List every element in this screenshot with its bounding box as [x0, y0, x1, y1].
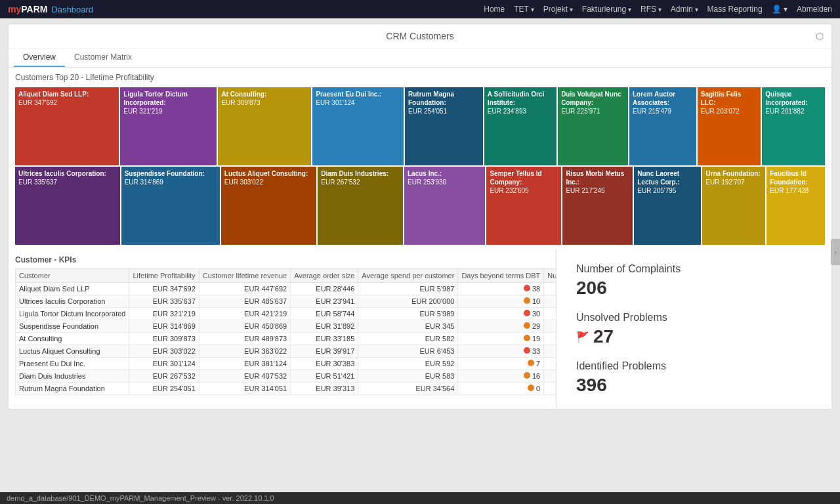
complaints-label: Number of Complaints [576, 263, 812, 275]
nav-tet[interactable]: TET [514, 5, 534, 14]
treemap-cell[interactable]: Semper Tellus Id Company:EUR 232'605 [486, 167, 561, 245]
tab-overview[interactable]: Overview [14, 49, 65, 67]
table-cell: EUR 33'185 [291, 333, 358, 345]
table-header: Days beyond terms DBT [458, 269, 544, 283]
nav-user-icon[interactable]: 👤 ▾ [772, 5, 788, 14]
treemap-cell[interactable]: Nunc Laoreet Lectus Corp.:EUR 205'795 [634, 167, 701, 245]
treemap-cell-name: Diam Duis Industries: [321, 169, 400, 178]
export-icon[interactable]: ⬡ [816, 31, 824, 41]
treemap-cell[interactable]: Suspendisse Foundation:EUR 314'869 [121, 167, 220, 245]
treemap-cell[interactable]: Lacus Inc.:EUR 253'930 [404, 167, 485, 245]
nav-home[interactable]: Home [484, 5, 505, 14]
table-cell: EUR 39'917 [291, 345, 358, 358]
table-cell: EUR 335'637 [129, 295, 199, 308]
table-cell: At Consulting [16, 333, 129, 345]
treemap-cell[interactable]: Ligula Tortor Dictum Incorporated:EUR 32… [120, 87, 217, 165]
treemap-cell[interactable]: Aliquet Diam Sed LLP:EUR 347'692 [15, 87, 119, 165]
table-cell: 16 [458, 370, 544, 383]
table-cell: EUR 30'383 [291, 358, 358, 370]
table-cell: Luctus Aliquet Consulting [16, 345, 129, 358]
nav-logout[interactable]: Abmelden [797, 5, 832, 14]
tab-customer-matrix[interactable]: Customer Matrix [65, 49, 141, 67]
nav-projekt[interactable]: Projekt [543, 5, 573, 14]
dbt-indicator [528, 385, 534, 391]
treemap-cell-name: Ligula Tortor Dictum Incorporated: [123, 90, 213, 107]
identified-label: Identified Problems [576, 360, 812, 372]
identified-metric: Identified Problems 396 [576, 360, 812, 396]
card-title-bar: CRM Customers ⬡ [9, 24, 831, 49]
dbt-indicator [524, 322, 530, 329]
treemap-cell-name: Semper Tellus Id Company: [490, 169, 558, 186]
nav-rfs[interactable]: RFS [640, 5, 662, 14]
treemap-container: Aliquet Diam Sed LLP:EUR 347'692Ligula T… [9, 85, 831, 250]
table-cell: Diam Duis Industries [16, 370, 129, 383]
table-cell: Rutrum Magna Foundation [16, 383, 129, 395]
treemap-cell-name: Praesent Eu Dui Inc.: [316, 90, 400, 98]
dbt-indicator [524, 372, 530, 379]
treemap-cell-name: Lorem Auctor Associates: [633, 90, 693, 107]
treemap-cell-value: EUR 267'532 [321, 178, 400, 186]
treemap-cell-name: Sagittis Felis LLC: [701, 90, 758, 107]
table-cell: EUR 39'313 [291, 383, 358, 395]
kpi-section-label: Customer - KPIs [15, 255, 549, 264]
table-cell: EUR 314'051 [199, 383, 290, 395]
treemap-cell[interactable]: Quisque Incorporated:EUR 201'882 [762, 87, 825, 165]
unsolved-value: 27 [593, 326, 614, 347]
table-cell: 10 [458, 295, 544, 308]
treemap-cell-value: EUR 253'930 [408, 178, 482, 186]
treemap-cell-value: EUR 201'882 [765, 107, 822, 116]
table-cell: EUR 363'022 [199, 345, 290, 358]
table-cell: EUR 450'869 [199, 320, 290, 333]
table-cell: EUR 31'892 [291, 320, 358, 333]
treemap-cell-value: EUR 217'245 [566, 186, 629, 195]
treemap-cell[interactable]: Luctus Aliquet Consulting:EUR 303'022 [221, 167, 316, 245]
treemap-cell[interactable]: Faucibus Id Foundation:EUR 177'428 [766, 167, 825, 245]
treemap-cell-name: Ultrices Iaculis Corporation: [18, 169, 117, 178]
table-header: Average order size [291, 269, 358, 283]
treemap-cell[interactable]: Lorem Auctor Associates:EUR 215'479 [629, 87, 696, 165]
treemap-cell[interactable]: A Sollicitudin Orci Institute:EUR 234'89… [484, 87, 556, 165]
table-cell: EUR 381'124 [199, 358, 290, 370]
treemap-cell[interactable]: Sagittis Felis LLC:EUR 203'072 [698, 87, 761, 165]
nav-admin[interactable]: Admin [671, 5, 698, 14]
treemap-cell[interactable]: At Consulting:EUR 309'873 [218, 87, 311, 165]
treemap-cell-value: EUR 314'869 [125, 178, 217, 186]
table-cell: EUR 421'219 [199, 308, 290, 320]
nav-mass-reporting[interactable]: Mass Reporting [707, 5, 763, 14]
treemap-cell-name: A Sollicitudin Orci Institute: [488, 90, 553, 107]
nav-fakturierung[interactable]: Fakturierung [582, 5, 631, 14]
treemap-cell[interactable]: Ultrices Iaculis Corporation:EUR 335'637 [15, 167, 120, 245]
treemap-cell[interactable]: Praesent Eu Dui Inc.:EUR 301'124 [312, 87, 404, 165]
dbt-indicator [524, 297, 530, 304]
complaints-value: 206 [576, 278, 812, 299]
treemap-cell-value: EUR 234'893 [488, 107, 553, 116]
table-cell: 33 [458, 345, 544, 358]
treemap-cell-name: Rutrum Magna Foundation: [408, 90, 480, 107]
table-header: Average spend per customer [358, 269, 458, 283]
dbt-indicator [528, 360, 534, 366]
table-cell: EUR 200'000 [358, 295, 458, 308]
treemap-cell-name: At Consulting: [221, 90, 308, 98]
treemap-cell[interactable]: Diam Duis Industries:EUR 267'532 [318, 167, 403, 245]
table-cell: Praesent Eu Dui Inc. [16, 358, 129, 370]
table-cell: EUR 347'692 [129, 283, 199, 295]
brand-my: my [8, 4, 21, 14]
dbt-indicator [524, 335, 530, 341]
treemap-row: Aliquet Diam Sed LLP:EUR 347'692Ligula T… [15, 87, 825, 165]
top-navigation: myPARM Dashboard Home TET Projekt Faktur… [0, 0, 840, 18]
treemap-cell[interactable]: Urna Foundation:EUR 192'707 [702, 167, 765, 245]
treemap-cell[interactable]: Rutrum Magna Foundation:EUR 254'051 [405, 87, 483, 165]
table-header: Customer [16, 269, 129, 283]
right-collapse-handle[interactable]: › [831, 239, 840, 265]
treemap-row: Ultrices Iaculis Corporation:EUR 335'637… [15, 167, 825, 245]
treemap-cell[interactable]: Risus Morbi Metus Inc.:EUR 217'245 [562, 167, 633, 245]
table-cell: EUR 303'022 [129, 345, 199, 358]
treemap-cell-name: Nunc Laoreet Lectus Corp.: [637, 169, 698, 186]
table-cell: EUR 5'987 [358, 283, 458, 295]
table-cell: Aliquet Diam Sed LLP [16, 283, 129, 295]
treemap-cell-value: EUR 192'707 [705, 178, 762, 186]
table-cell: 38 [458, 283, 544, 295]
treemap-cell[interactable]: Duis Volutpat Nunc Company:EUR 225'971 [558, 87, 628, 165]
treemap: Aliquet Diam Sed LLP:EUR 347'692Ligula T… [15, 87, 825, 245]
treemap-cell-value: EUR 232'605 [490, 186, 558, 195]
